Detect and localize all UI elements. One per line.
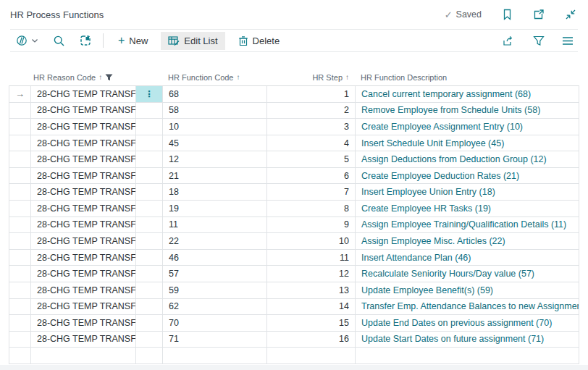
table-row[interactable]: → 28-CHG TEMP TRANSFER ⋮ 21 6 Create Emp…	[9, 168, 579, 185]
hr-reason-code-cell[interactable]	[31, 348, 136, 363]
hr-function-description-cell[interactable]: Assign Employee Training/Qualification D…	[356, 217, 579, 233]
hr-reason-code-cell[interactable]: 28-CHG TEMP TRANSFER	[31, 119, 136, 135]
column-header-hr-step[interactable]: HR Step ↑	[266, 69, 355, 85]
hr-function-description-cell[interactable]: Assign Employee Misc. Articles (22)	[356, 233, 579, 249]
table-row[interactable]: → 28-CHG TEMP TRANSFER ⋮ 70 15 Update En…	[9, 315, 579, 332]
row-more-cell[interactable]: ⋮	[136, 184, 163, 200]
hr-step-cell[interactable]: 1	[267, 86, 356, 102]
delete-button[interactable]: Delete	[231, 32, 287, 50]
hr-reason-code-cell[interactable]: 28-CHG TEMP TRANSFER	[31, 332, 136, 348]
hr-function-description-cell[interactable]: Cancel current temporary assignment (68)	[356, 86, 579, 102]
hr-function-code-cell[interactable]: 12	[163, 151, 267, 167]
hr-function-description-cell[interactable]: Insert Attendance Plan (46)	[356, 250, 579, 266]
hr-function-description-cell[interactable]: Transfer Emp. Attendance Balances to new…	[356, 299, 579, 315]
hr-reason-code-cell[interactable]: 28-CHG TEMP TRANSFER	[31, 315, 136, 331]
filter-icon[interactable]	[533, 35, 545, 46]
row-selector-cell[interactable]: →	[9, 86, 31, 102]
open-in-new-window-icon[interactable]	[533, 9, 545, 20]
row-more-cell[interactable]: ⋮	[136, 86, 163, 102]
hr-reason-code-cell[interactable]: 28-CHG TEMP TRANSFER	[31, 299, 136, 315]
new-button[interactable]: + New	[111, 31, 155, 50]
empty-row[interactable]	[9, 348, 579, 364]
table-row[interactable]: → 28-CHG TEMP TRANSFER ⋮ 11 9 Assign Emp…	[9, 217, 579, 234]
hr-function-description-link[interactable]: Update Employee Benefit(s) (59)	[361, 285, 493, 295]
row-selector-cell[interactable]: →	[9, 299, 31, 315]
hr-step-cell[interactable]: 5	[267, 151, 356, 167]
hr-function-description-link[interactable]: Insert Schedule Unit Employee (45)	[361, 138, 504, 148]
hr-step-cell[interactable]: 16	[267, 332, 356, 348]
row-selector-cell[interactable]: →	[9, 168, 31, 184]
hr-function-code-cell[interactable]: 19	[163, 201, 267, 216]
row-more-cell[interactable]: ⋮	[136, 168, 163, 184]
hr-function-code-cell[interactable]: 22	[163, 233, 267, 249]
hr-function-description-link[interactable]: Assign Employee Training/Qualification D…	[361, 219, 566, 230]
hr-reason-code-cell[interactable]: 28-CHG TEMP TRANSFER	[31, 201, 136, 216]
table-row[interactable]: → 28-CHG TEMP TRANSFER ⋮ 12 5 Assign Ded…	[9, 151, 579, 168]
bookmark-icon[interactable]	[502, 9, 513, 20]
hr-step-cell[interactable]: 7	[267, 184, 356, 200]
hr-function-description-link[interactable]: Create Employee Assignment Entry (10)	[361, 122, 523, 132]
column-header-hr-function-description[interactable]: HR Function Description	[355, 69, 579, 85]
hr-step-cell[interactable]: 11	[267, 250, 356, 266]
search-icon[interactable]	[49, 32, 70, 50]
row-more-cell[interactable]: ⋮	[136, 103, 163, 119]
hr-function-description-link[interactable]: Remove Employee from Schedule Units (58)	[361, 105, 540, 115]
hr-function-description-cell[interactable]: Insert Schedule Unit Employee (45)	[356, 135, 579, 151]
row-selector-cell[interactable]: →	[9, 135, 31, 151]
hr-function-code-cell[interactable]: 10	[163, 119, 267, 135]
hr-function-description-cell[interactable]: Assign Deductions from Deduction Group (…	[356, 151, 579, 167]
hr-function-description-link[interactable]: Create Employee HR Tasks (19)	[361, 203, 491, 214]
table-row[interactable]: → 28-CHG TEMP TRANSFER ⋮ 19 8 Create Emp…	[9, 201, 579, 217]
hr-reason-code-cell[interactable]: 28-CHG TEMP TRANSFER	[31, 151, 136, 167]
table-row[interactable]: → 28-CHG TEMP TRANSFER ⋮ 62 14 Transfer …	[9, 299, 579, 316]
row-more-cell[interactable]: ⋮	[136, 119, 163, 135]
hr-function-code-cell[interactable]: 11	[163, 217, 267, 233]
hr-function-code-cell[interactable]: 21	[163, 168, 267, 184]
hr-step-cell[interactable]: 14	[267, 299, 356, 315]
row-selector-cell[interactable]: →	[9, 315, 31, 331]
hr-function-code-cell[interactable]: 62	[163, 299, 267, 315]
hr-function-description-cell[interactable]: Create Employee HR Tasks (19)	[356, 201, 579, 216]
hr-step-cell[interactable]: 2	[267, 103, 356, 119]
hr-function-description-link[interactable]: Insert Attendance Plan (46)	[361, 253, 471, 263]
hr-function-description-link[interactable]: Create Employee Deduction Rates (21)	[361, 171, 519, 181]
hr-function-description-link[interactable]: Cancel current temporary assignment (68)	[361, 89, 531, 99]
hr-function-description-link[interactable]: Update Start Dates on future assignment …	[361, 334, 544, 344]
row-selector-cell[interactable]: →	[9, 103, 31, 119]
hr-reason-code-cell[interactable]: 28-CHG TEMP TRANSFER	[31, 282, 136, 298]
column-header-hr-function-code[interactable]: HR Function Code ↑	[162, 69, 266, 85]
hr-step-cell[interactable]: 13	[267, 282, 356, 298]
row-selector-cell[interactable]	[9, 348, 31, 363]
hr-reason-code-cell[interactable]: 28-CHG TEMP TRANSFER	[31, 86, 136, 102]
table-row[interactable]: → 28-CHG TEMP TRANSFER ⋮ 45 4 Insert Sch…	[9, 135, 579, 152]
row-more-cell[interactable]: ⋮	[136, 332, 163, 348]
row-more-cell[interactable]: ⋮	[136, 135, 163, 151]
hr-function-code-cell[interactable]: 71	[163, 332, 267, 348]
hr-function-description-link[interactable]: Insert Employee Union Entry (18)	[361, 187, 495, 197]
row-more-cell[interactable]: ⋮	[136, 151, 163, 167]
hr-function-description-cell[interactable]: Create Employee Deduction Rates (21)	[356, 168, 579, 184]
hr-function-description-link[interactable]: Transfer Emp. Attendance Balances to new…	[361, 301, 579, 311]
hr-reason-code-cell[interactable]: 28-CHG TEMP TRANSFER	[31, 217, 136, 233]
hr-step-cell[interactable]: 6	[267, 168, 356, 184]
edit-list-button[interactable]: Edit List	[161, 32, 224, 50]
hr-reason-code-cell[interactable]: 28-CHG TEMP TRANSFER	[31, 233, 136, 249]
table-row[interactable]: → 28-CHG TEMP TRANSFER ⋮ 46 11 Insert At…	[9, 250, 579, 266]
row-more-cell[interactable]	[136, 348, 163, 363]
table-row[interactable]: → 28-CHG TEMP TRANSFER ⋮ 59 13 Update Em…	[9, 282, 579, 299]
row-selector-cell[interactable]: →	[9, 250, 31, 266]
table-row[interactable]: → 28-CHG TEMP TRANSFER ⋮ 57 12 Recalcula…	[9, 266, 579, 282]
hr-function-code-cell[interactable]: 59	[163, 282, 267, 298]
hr-step-cell[interactable]: 8	[267, 201, 356, 216]
row-selector-cell[interactable]: →	[9, 332, 31, 348]
hr-reason-code-cell[interactable]: 28-CHG TEMP TRANSFER	[31, 168, 136, 184]
row-selector-cell[interactable]: →	[9, 119, 31, 135]
hr-reason-code-cell[interactable]: 28-CHG TEMP TRANSFER	[31, 250, 136, 266]
hr-function-code-cell[interactable]: 57	[163, 266, 267, 282]
row-selector-cell[interactable]: →	[9, 151, 31, 167]
hr-function-description-link[interactable]: Update End Dates on previous assignment …	[361, 318, 552, 328]
row-more-cell[interactable]: ⋮	[136, 299, 163, 315]
table-row[interactable]: → 28-CHG TEMP TRANSFER ⋮ 22 10 Assign Em…	[9, 233, 579, 250]
row-more-cell[interactable]: ⋮	[136, 233, 163, 249]
row-more-cell[interactable]: ⋮	[136, 266, 163, 282]
